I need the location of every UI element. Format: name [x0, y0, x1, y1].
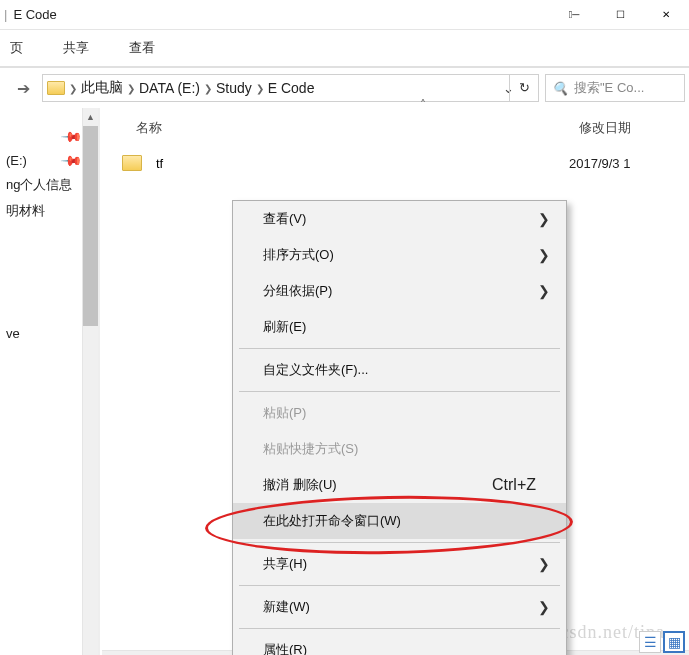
menu-item-properties[interactable]: 属性(R): [233, 632, 566, 655]
view-details-button[interactable]: ☰: [639, 631, 661, 653]
column-header: ˄ 名称 修改日期: [100, 108, 689, 148]
file-date: 2017/9/3 1: [569, 156, 689, 171]
folder-icon: [47, 81, 65, 95]
sidebar-item[interactable]: [0, 254, 82, 262]
chevron-right-icon: ❯: [256, 83, 264, 94]
pin-icon: 📌: [60, 124, 82, 147]
context-menu: 查看(V) 排序方式(O) 分组依据(P) 刷新(E) 自定义文件夹(F)...…: [232, 200, 567, 655]
shortcut-label: Ctrl+Z: [492, 476, 536, 494]
title-sep-icon: |: [4, 7, 7, 22]
menu-view[interactable]: 查看: [129, 39, 155, 57]
search-input[interactable]: 🔍 搜索"E Co...: [545, 74, 685, 102]
chevron-right-icon: ❯: [69, 83, 77, 94]
crumb-ecode[interactable]: E Code: [268, 80, 315, 96]
window-title: E Code: [13, 7, 56, 22]
menu-bar: 页 共享 查看: [0, 30, 689, 68]
search-placeholder: 搜索"E Co...: [574, 79, 644, 97]
sidebar-item[interactable]: 明材料: [0, 198, 82, 224]
scroll-up-icon[interactable]: ▲: [83, 108, 98, 126]
sidebar-scrollbar[interactable]: ▲ ▼: [82, 108, 100, 655]
sidebar-item[interactable]: ng个人信息: [0, 172, 82, 198]
file-name: tf: [156, 156, 569, 171]
col-modified[interactable]: 修改日期: [579, 119, 689, 137]
menu-home[interactable]: 页: [10, 39, 23, 57]
address-box[interactable]: ❯ 此电脑 ❯ DATA (E:) ❯ Study ❯ E Code ⌄ ↻: [42, 74, 539, 102]
search-icon: 🔍: [552, 81, 568, 96]
window-buttons: ─ ☐ ✕: [551, 0, 689, 29]
crumb-study[interactable]: Study: [216, 80, 252, 96]
sidebar-item[interactable]: 📌: [0, 124, 82, 148]
file-list: tf 2017/9/3 1: [100, 148, 689, 178]
file-row[interactable]: tf 2017/9/3 1: [122, 148, 689, 178]
scroll-down-icon[interactable]: ▼: [83, 650, 98, 655]
refresh-button[interactable]: ↻: [509, 74, 539, 102]
sidebar: 📌 (E:)📌 ng个人信息 明材料 ve ▲ ▼: [0, 108, 100, 655]
crumb-pc[interactable]: 此电脑: [81, 79, 123, 97]
nav-back-button[interactable]: ➔: [10, 75, 36, 101]
crumb-data[interactable]: DATA (E:): [139, 80, 200, 96]
sort-indicator-icon: ˄: [420, 98, 426, 112]
menu-item-refresh[interactable]: 刷新(E): [233, 309, 566, 345]
sidebar-item[interactable]: ve: [0, 322, 82, 345]
menu-item-customize[interactable]: 自定义文件夹(F)...: [233, 352, 566, 388]
menu-share[interactable]: 共享: [63, 39, 89, 57]
folder-icon: [122, 155, 142, 171]
title-bar: | E Code ─ ☐ ✕: [0, 0, 689, 30]
view-icons-button[interactable]: ▦: [663, 631, 685, 653]
scroll-thumb[interactable]: [83, 126, 98, 326]
menu-item-paste-shortcut: 粘贴快捷方式(S): [233, 431, 566, 467]
sidebar-panel: 📌 (E:)📌 ng个人信息 明材料 ve: [0, 108, 82, 655]
menu-item-group[interactable]: 分组依据(P): [233, 273, 566, 309]
address-bar: ➔ ❯ 此电脑 ❯ DATA (E:) ❯ Study ❯ E Code ⌄ ↻…: [0, 68, 689, 108]
col-name[interactable]: 名称: [136, 119, 579, 137]
sidebar-item[interactable]: (E:)📌: [0, 148, 82, 172]
minimize-button[interactable]: ─: [551, 0, 597, 29]
chevron-right-icon: ❯: [127, 83, 135, 94]
menu-item-paste: 粘贴(P): [233, 395, 566, 431]
menu-item-view[interactable]: 查看(V): [233, 201, 566, 237]
title-left: | E Code: [0, 0, 551, 29]
menu-item-new[interactable]: 新建(W): [233, 589, 566, 625]
chevron-right-icon: ❯: [204, 83, 212, 94]
menu-item-sort[interactable]: 排序方式(O): [233, 237, 566, 273]
view-mode-buttons: ☰ ▦: [639, 631, 685, 653]
maximize-button[interactable]: ☐: [597, 0, 643, 29]
close-button[interactable]: ✕: [643, 0, 689, 29]
pin-icon: 📌: [60, 148, 82, 171]
